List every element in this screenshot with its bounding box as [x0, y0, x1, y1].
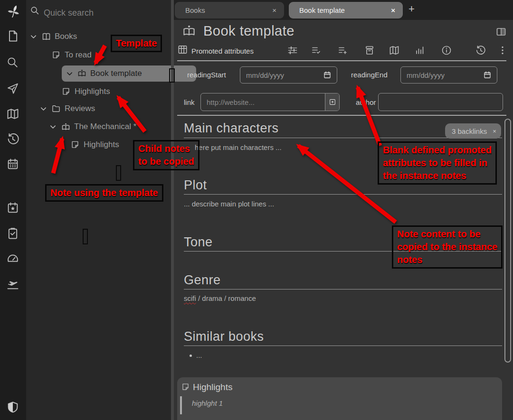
tree-item-label: Books — [55, 32, 77, 41]
tree-item-highlights[interactable]: Highlights — [61, 85, 110, 98]
date-placeholder: mm/dd/yyyy — [401, 71, 483, 79]
book-reader-icon — [61, 122, 71, 132]
tree-item-label: To read — [65, 50, 92, 60]
note-title[interactable]: Book template — [203, 23, 294, 39]
note-icon — [51, 50, 61, 60]
history-icon[interactable] — [475, 44, 487, 56]
info-circle-icon[interactable] — [440, 44, 453, 56]
tree-item-reviews[interactable]: Reviews — [40, 103, 95, 115]
tree-item-label: The Mechanical * — [74, 122, 136, 131]
list-bullet — [190, 355, 192, 357]
list-check-icon[interactable] — [310, 44, 323, 56]
promoted-attributes-tab-icon[interactable] — [177, 44, 188, 57]
attributes-divider — [177, 115, 506, 116]
link-input[interactable]: http://website... — [200, 93, 340, 111]
jump-to-note-icon[interactable] — [6, 82, 20, 96]
tab-close-icon[interactable]: × — [265, 6, 284, 14]
tab-books[interactable]: Books × — [175, 2, 284, 19]
content-scrollbar[interactable] — [504, 119, 511, 363]
protected-session-shield-icon[interactable] — [6, 401, 20, 415]
note-icon — [61, 87, 71, 96]
annotation-blank-attributes: Blank defined promoted attributes to be … — [378, 141, 497, 185]
book-reader-icon — [77, 68, 87, 80]
section-body-genre[interactable]: scifi / drama / romance — [184, 294, 256, 302]
backlinks-badge[interactable]: 3 backlinks × — [445, 123, 501, 139]
link-label: link — [184, 98, 195, 106]
new-note-icon[interactable] — [6, 29, 20, 44]
section-body-plot[interactable]: ... describe main plot lines ... — [184, 200, 274, 208]
date-placeholder: mm/dd/yyyy — [240, 71, 323, 79]
tree-item-highlights-2[interactable]: Highlights — [70, 139, 119, 151]
sliders-icon[interactable] — [286, 44, 299, 56]
annotation-template: Template — [111, 35, 162, 52]
open-external-link-button[interactable] — [325, 93, 339, 111]
calendar-icon — [323, 71, 332, 79]
quick-search-icon[interactable] — [29, 5, 41, 17]
calendar-icon[interactable] — [6, 158, 20, 172]
tab-title: Book template — [289, 6, 383, 14]
tree-item-books[interactable]: Books — [30, 30, 77, 43]
list-item-text[interactable]: ... — [196, 351, 202, 359]
ribbon-divider — [177, 60, 506, 61]
blockquote-bar — [180, 396, 182, 414]
new-tab-button[interactable]: + — [408, 3, 415, 15]
note-map-icon[interactable] — [6, 107, 20, 121]
chevron-down-icon — [49, 123, 57, 131]
included-note-quote[interactable]: highlght 1 — [192, 399, 223, 407]
folder-icon — [51, 104, 61, 113]
tree-item-to-read[interactable]: To read — [51, 49, 92, 61]
note-tree-panel: Quick search Book template Books To read… — [26, 0, 171, 420]
tree-item-the-mechanical[interactable]: The Mechanical * — [49, 121, 136, 133]
launcher-bar — [0, 0, 26, 420]
chevron-down-icon — [40, 105, 47, 112]
annotation-child-notes: Child notes to be copied — [133, 140, 200, 170]
author-label: author — [356, 98, 376, 106]
chevron-down-icon[interactable] — [66, 70, 73, 79]
search-icon[interactable] — [6, 56, 20, 70]
reading-start-label: readingStart — [187, 71, 226, 79]
task-list-icon[interactable] — [6, 227, 20, 241]
section-heading-genre[interactable]: Genre — [184, 273, 502, 289]
link-placeholder: http://website... — [201, 98, 325, 106]
reading-end-date-input[interactable]: mm/dd/yyyy — [400, 66, 497, 84]
app-window: Quick search Book template Books To read… — [0, 0, 513, 420]
panel-divider[interactable] — [171, 0, 174, 420]
kebab-menu-icon[interactable] — [496, 44, 509, 56]
archive-box-icon[interactable] — [363, 44, 376, 56]
included-note-title[interactable]: Highlights — [193, 382, 232, 392]
genre-rest: / drama / romance — [196, 294, 256, 302]
backlinks-close-icon[interactable]: × — [493, 128, 496, 135]
quick-search-input[interactable]: Quick search — [44, 8, 94, 18]
note-map-icon[interactable] — [388, 44, 400, 56]
stray-rectangle — [116, 165, 121, 181]
tab-book-template[interactable]: Book template × — [289, 2, 403, 19]
chevron-down-icon — [30, 33, 37, 40]
bookmarks-calendar-star-icon[interactable] — [6, 201, 20, 215]
trilium-logo-icon[interactable] — [6, 4, 20, 18]
list-plus-icon[interactable] — [337, 44, 349, 56]
stray-rectangle — [169, 68, 175, 83]
author-input[interactable] — [378, 93, 503, 111]
promoted-attributes-tab-label[interactable]: Promoted attributes — [191, 47, 254, 55]
tab-close-icon[interactable]: × — [383, 6, 403, 14]
recent-changes-icon[interactable] — [6, 132, 20, 147]
plane-icon[interactable] — [6, 278, 20, 292]
note-title-icon — [182, 24, 196, 40]
included-note-card: Highlights highlght 1 — [177, 377, 502, 420]
split-view-icon[interactable] — [495, 26, 507, 38]
reading-end-label: readingEnd — [351, 71, 388, 79]
section-body-main-characters[interactable]: here put main characters ... — [195, 143, 282, 151]
dashboard-gauge-icon[interactable] — [6, 252, 20, 266]
reading-start-date-input[interactable]: mm/dd/yyyy — [240, 66, 337, 84]
stray-rectangle — [83, 229, 88, 244]
calendar-icon — [483, 71, 492, 79]
tree-item-book-template[interactable]: Book template — [62, 65, 196, 82]
tree-item-label: Highlights — [84, 140, 119, 149]
section-heading-similar-books[interactable]: Similar books — [184, 329, 502, 346]
book-open-icon — [41, 32, 51, 42]
misspelled-word: scifi — [184, 294, 196, 302]
bar-chart-icon[interactable] — [414, 44, 426, 56]
tree-item-label: Book template — [90, 69, 142, 78]
note-icon — [70, 140, 80, 149]
backlinks-count: 3 backlinks — [452, 127, 487, 135]
